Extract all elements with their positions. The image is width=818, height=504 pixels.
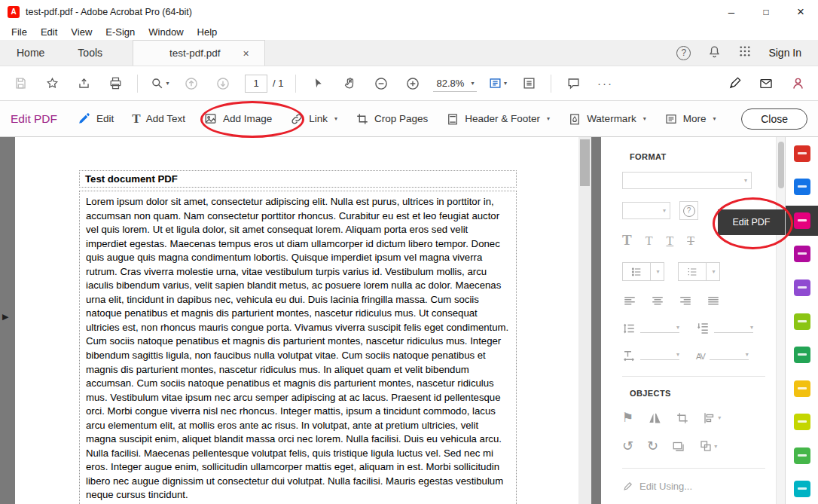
edit-using-button[interactable]: Edit Using... [622, 481, 765, 492]
print-button[interactable] [102, 71, 128, 96]
rotate-clockwise-icon[interactable] [647, 438, 658, 454]
next-page-button[interactable] [210, 71, 236, 96]
align-justify-icon[interactable] [706, 295, 721, 308]
menu-help[interactable]: Help [191, 25, 224, 39]
minimize-button[interactable] [714, 0, 749, 23]
format-panel: FORMAT ? [601, 137, 785, 504]
font-size-dropdown[interactable] [622, 202, 670, 219]
align-objects-icon [703, 411, 716, 425]
notifications-bell-icon[interactable] [707, 44, 722, 62]
rail-compress-pdf-icon[interactable] [786, 474, 818, 504]
flip-flag-icon[interactable] [622, 410, 633, 426]
hand-tool-button[interactable] [337, 71, 362, 96]
character-spacing-dropdown[interactable] [710, 351, 749, 360]
email-envelope-icon[interactable] [753, 71, 779, 96]
rail-comment-icon[interactable] [786, 407, 818, 437]
font-family-dropdown[interactable] [622, 172, 752, 189]
header-footer-dropdown-button[interactable]: Header & Footer [446, 112, 550, 126]
rail-fill-and-sign-icon[interactable] [786, 273, 818, 303]
zoom-level-dropdown[interactable]: 82.8% [433, 75, 477, 92]
chevron-down-icon [471, 80, 474, 87]
select-tool-button[interactable] [305, 71, 331, 96]
edit-pencil-icon [77, 111, 91, 126]
panel-scrollbar[interactable] [776, 137, 785, 504]
more-label: More [683, 113, 707, 124]
align-right-icon[interactable] [678, 295, 693, 308]
close-window-button[interactable] [783, 0, 818, 23]
close-edit-mode-button[interactable]: Close [741, 108, 807, 130]
tab-document[interactable]: test-pdf.pdf [133, 40, 265, 66]
maximize-button[interactable] [749, 0, 783, 23]
more-tools-ellipsis[interactable]: ··· [592, 71, 618, 96]
save-button[interactable] [8, 71, 33, 96]
rail-request-signatures-icon[interactable] [786, 240, 818, 270]
rail-organize-pages-icon[interactable] [786, 340, 818, 370]
bulleted-list-dropdown[interactable] [622, 262, 664, 281]
arrange-objects-icon [699, 439, 713, 453]
rail-scan-ocr-icon[interactable] [786, 441, 818, 471]
page-number-input[interactable] [245, 75, 267, 93]
comment-button[interactable] [560, 71, 586, 96]
replace-image-icon[interactable] [672, 439, 685, 453]
zoom-out-button[interactable] [368, 71, 394, 96]
rail-create-pdf-icon[interactable] [786, 173, 818, 203]
rotate-counterclockwise-icon[interactable] [622, 438, 633, 454]
add-text-button[interactable]: Add Text [132, 111, 185, 127]
more-dropdown-button[interactable]: More [664, 112, 716, 126]
arrange-objects-dropdown[interactable] [699, 439, 717, 453]
crop-pages-button[interactable]: Crop Pages [356, 112, 428, 126]
document-scrollbar[interactable] [578, 137, 591, 504]
document-body-textblock[interactable]: Lorem ipsum dolor sit amet, consectetur … [79, 191, 517, 504]
page-display-button[interactable] [484, 71, 510, 96]
strikethrough-icon[interactable] [687, 234, 694, 248]
underline-icon[interactable] [666, 234, 673, 248]
pdf-page[interactable]: Test document PDF Lorem ipsum dolor sit … [15, 137, 578, 504]
tab-tools[interactable]: Tools [61, 40, 119, 66]
numbered-list-dropdown[interactable] [678, 262, 720, 281]
edit-pdf-mode-label: Edit PDF [11, 112, 57, 126]
watermark-dropdown-button[interactable]: Watermark [568, 112, 646, 126]
menu-esign[interactable]: E-Sign [99, 25, 142, 39]
previous-page-button[interactable] [179, 71, 204, 96]
panel-scrollbar-thumb[interactable] [778, 142, 784, 188]
format-help-button[interactable]: ? [679, 201, 698, 220]
menu-file[interactable]: File [5, 25, 34, 39]
rail-export-pdf-icon[interactable] [786, 139, 818, 169]
document-scrollbar-thumb[interactable] [580, 139, 590, 186]
rail-prepare-form-icon[interactable] [786, 307, 818, 337]
font-style-icon[interactable] [646, 234, 653, 248]
align-left-icon[interactable] [622, 295, 637, 308]
chevron-down-icon [750, 324, 753, 331]
line-spacing-icon [622, 322, 636, 335]
flip-horizontal-icon[interactable] [647, 411, 662, 425]
rail-combine-files-icon[interactable] [786, 374, 818, 404]
sign-in-button[interactable]: Sign In [768, 47, 801, 59]
menu-window[interactable]: Window [142, 25, 190, 39]
share-button[interactable] [71, 71, 96, 96]
horizontal-scale-dropdown[interactable] [640, 351, 679, 360]
document-title-textblock[interactable]: Test document PDF [79, 170, 517, 188]
apps-grid-icon[interactable] [738, 44, 752, 61]
sign-pen-icon[interactable] [722, 71, 747, 96]
acrobat-window: test-pdf.pdf - Adobe Acrobat Pro (64-bit… [0, 0, 818, 504]
tab-home[interactable]: Home [0, 40, 61, 66]
paragraph-spacing-dropdown[interactable] [714, 324, 753, 333]
expand-panel-arrow-icon[interactable] [2, 312, 8, 322]
zoom-in-button[interactable] [400, 71, 426, 96]
line-spacing-dropdown[interactable] [640, 324, 679, 333]
menu-edit[interactable]: Edit [34, 25, 64, 39]
reading-mode-button[interactable] [516, 71, 542, 96]
panel-gap [591, 137, 601, 504]
crop-object-icon[interactable] [676, 411, 689, 425]
bold-icon[interactable] [622, 232, 632, 249]
favorites-star-button[interactable] [39, 71, 65, 96]
user-profile-icon[interactable] [785, 71, 810, 96]
help-icon[interactable]: ? [676, 46, 691, 60]
align-center-icon[interactable] [650, 295, 665, 308]
search-button[interactable] [147, 71, 172, 96]
menu-view[interactable]: View [64, 25, 99, 39]
align-objects-dropdown[interactable] [703, 411, 721, 425]
format-heading: FORMAT [630, 152, 765, 161]
tab-close-icon[interactable] [240, 47, 252, 60]
edit-button[interactable]: Edit [77, 111, 114, 126]
